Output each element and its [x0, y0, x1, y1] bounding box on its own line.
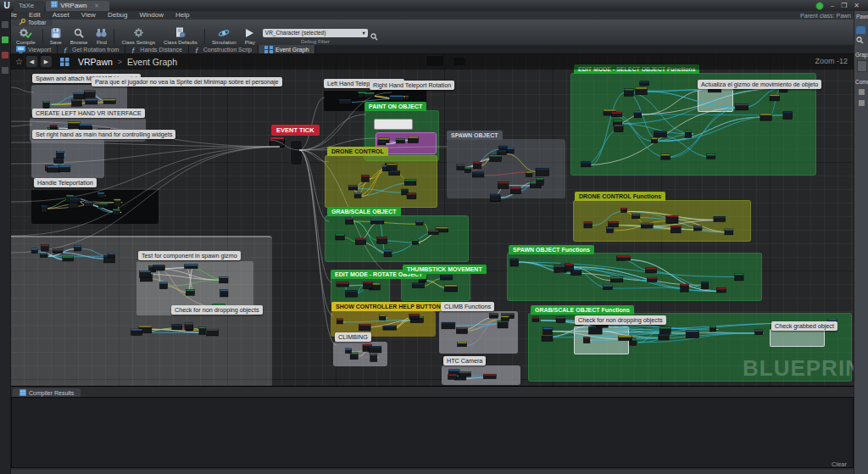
right-panel-section-graph[interactable]: Graph — [855, 52, 868, 58]
close-button[interactable]: ✕ — [854, 0, 860, 11]
comment-spawn-object-functions[interactable]: SPAWN OBJECT Functions — [509, 245, 594, 254]
unreal-logo-icon: U — [2, 1, 12, 11]
chevron-down-icon: ▾ — [363, 30, 365, 36]
simulation-button[interactable]: Simulation — [208, 27, 241, 45]
compiler-results-panel: Compiler Results Clear — [10, 386, 854, 470]
browse-button[interactable]: Browse — [66, 27, 92, 45]
maximize-button[interactable]: ❒ — [841, 0, 847, 11]
toolbar-separator — [204, 29, 205, 44]
floppy-icon — [51, 28, 61, 38]
compiler-tab-label: Compiler Results — [29, 390, 74, 396]
comment-drone-control-functions[interactable]: DRONE CONTROL Functions — [575, 192, 665, 201]
class-defaults-button[interactable]: Class Defaults — [159, 27, 202, 45]
function-icon: ƒ — [195, 46, 201, 54]
blueprint-watermark: BLUEPRINT — [743, 355, 854, 382]
breadcrumb-current: Event Graph — [127, 57, 177, 67]
right-panel-tab-icon[interactable] — [856, 26, 865, 34]
doc-gear-icon — [175, 28, 186, 38]
event-graph-canvas[interactable]: Spawn and attach MINIMAP blueprintPara q… — [10, 53, 854, 386]
dock-icon[interactable] — [2, 36, 8, 43]
toolbar-buttons: CompileSaveBrowseFindClass SettingsClass… — [12, 27, 378, 45]
zoom-level-label: Zoom -12 — [815, 57, 848, 65]
comment-check-for-non-dropping-objects[interactable]: Check for non dropping objects — [171, 305, 263, 315]
compile-icon — [19, 28, 32, 38]
nav-back-button[interactable]: ◀ — [26, 56, 37, 67]
breadcrumb-bar: ☆ ◀ ▶ VRPawn > Event Graph — [10, 53, 854, 70]
save-button[interactable]: Save — [46, 27, 66, 45]
magnifier-icon — [74, 28, 84, 38]
right-panel-section-common[interactable]: Comm — [855, 79, 868, 85]
svg-text:ƒ: ƒ — [195, 46, 199, 54]
window-tab-level[interactable]: TaXe — [14, 1, 44, 11]
blueprint-doc-icon — [51, 1, 58, 11]
find-button[interactable]: Find — [92, 27, 111, 45]
function-icon: ƒ — [64, 46, 70, 54]
wrench-icon — [19, 19, 25, 27]
comment-set-right-hand-as-main-hand-for-controlling-widgets[interactable]: Set right hand as main hand for controll… — [32, 130, 175, 139]
nav-forward-button[interactable]: ▶ — [41, 56, 52, 67]
menu-window[interactable]: Window — [133, 11, 169, 20]
comment-spawn-object[interactable]: SPAWN OBJECT — [447, 131, 503, 140]
search-icon[interactable] — [370, 29, 378, 44]
gear-icon — [133, 28, 144, 38]
comment-para-que-el-jugador-no-vea-la-sprite-del-minimap-sobre-el-personaje[interactable]: Para que el jugador no vea la Sprite del… — [92, 77, 282, 86]
dock-icon[interactable] — [2, 67, 8, 74]
toolbar-separator — [114, 29, 114, 44]
parent-class-label: Parent class: Pawn — [800, 13, 851, 19]
menu-debug[interactable]: Debug — [102, 11, 134, 20]
menu-bar: FileEditAssetViewDebugWindowHelp Parent … — [0, 11, 868, 20]
comment-handle-teleportation[interactable]: Handle Teleportation — [34, 178, 97, 187]
svg-text:ƒ: ƒ — [64, 46, 68, 54]
dock-icon[interactable] — [2, 21, 8, 28]
comment-grab-scale-object-functions[interactable]: GRAB/SCALE OBJECT Functions — [531, 305, 634, 315]
comment-labels-layer: Spawn and attach MINIMAP blueprintPara q… — [10, 53, 854, 386]
favorite-star-icon[interactable]: ☆ — [15, 57, 23, 66]
comment-show-controller-help-buttons[interactable]: SHOW CONTROLLER HELP BUTTONS — [331, 302, 448, 311]
comment-test-for-component-in-spawn-gizmo[interactable]: Test for component in spawn gizmo — [138, 251, 241, 260]
comment-thumbstick-movement[interactable]: THUMBSTICK MOVEMENT — [403, 265, 487, 274]
comment-create-left-hand-vr-interface[interactable]: CREATE LEFT HAND VR INTERFACE — [32, 109, 145, 118]
debug-filter-dropdown[interactable]: VR_Character (selected)▾ — [263, 29, 368, 37]
comment-right-hand-teleport-rotation[interactable]: Right Hand Teleport Rotation — [370, 81, 454, 90]
breadcrumb-root[interactable]: VRPawn — [78, 57, 113, 67]
comment-climbing[interactable]: CLIMBING — [335, 332, 371, 342]
menu-edit[interactable]: Edit — [23, 11, 47, 20]
menu-help[interactable]: Help — [170, 11, 195, 20]
comment-paint-on-object[interactable]: PAINT ON OBJECT — [364, 102, 426, 111]
play-button[interactable]: Play — [241, 27, 259, 45]
compile-button[interactable]: Compile — [12, 27, 40, 45]
minimize-button[interactable]: – — [831, 0, 834, 11]
toolbar-tab-label: Toolbar — [28, 20, 46, 26]
clear-button[interactable]: Clear — [832, 460, 847, 468]
sim-icon — [218, 28, 230, 38]
toolbar-tab[interactable]: Toolbar — [12, 20, 53, 26]
status-dot-icon — [815, 2, 824, 10]
binoculars-icon — [96, 28, 107, 38]
close-tab-icon[interactable]: ✕ — [94, 1, 99, 11]
comment-htc-camera[interactable]: HTC Camera — [443, 356, 486, 365]
compiler-results-output — [11, 397, 854, 468]
vrpawn-tab-label: VRPawn — [60, 1, 86, 11]
toolbar-separator — [42, 29, 43, 44]
search-icon[interactable] — [856, 36, 868, 45]
comment-event-tick[interactable]: EVENT TICK — [271, 125, 320, 136]
comment-check-grabbed-object[interactable]: Check grabbed object — [771, 321, 837, 331]
checkbox-icon[interactable] — [858, 99, 865, 107]
debug-filter[interactable]: VR_Character (selected)▾Debug Filter — [263, 29, 368, 44]
dock-icon[interactable] — [2, 52, 8, 59]
menu-view[interactable]: View — [75, 11, 102, 20]
compiler-results-tab[interactable]: Compiler Results — [13, 388, 81, 397]
class-settings-button[interactable]: Class Settings — [117, 27, 159, 45]
menu-items: FileEditAssetViewDebugWindowHelp — [0, 11, 195, 20]
title-bar: U TaXe VRPawn ✕ – ❒ ✕ — [0, 0, 868, 11]
comment-check-for-non-dropping-objects[interactable]: Check for non dropping objects — [575, 315, 666, 325]
checkbox-icon[interactable] — [858, 88, 865, 96]
window-buttons: – ❒ ✕ — [815, 0, 868, 11]
comment-drone-control[interactable]: DRONE CONTROL — [327, 147, 388, 156]
window-tab-vrpawn[interactable]: VRPawn ✕ — [46, 1, 109, 11]
comment-climb-functions[interactable]: CLIMB Functions — [441, 302, 494, 311]
menu-asset[interactable]: Asset — [47, 11, 75, 20]
comment-actualiza-el-gizmo-de-movimiento-de-objeto[interactable]: Actualiza el gizmo de movimiento de obje… — [698, 80, 821, 89]
debug-filter-caption: Debug Filter — [301, 38, 330, 44]
comment-grab-scale-object[interactable]: GRAB/SCALE OBJECT — [327, 207, 401, 216]
